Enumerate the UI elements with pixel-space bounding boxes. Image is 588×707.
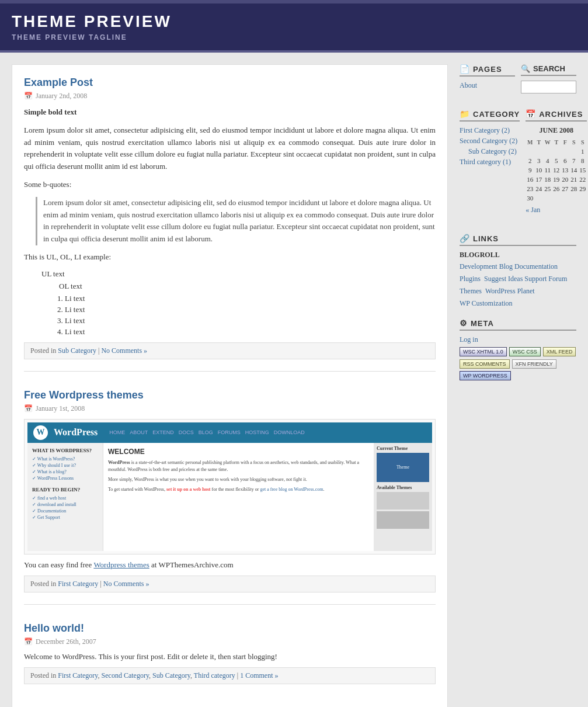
post-content-hw: Welcome to WordPress. This is your first… bbox=[24, 652, 436, 661]
badge-xhtml: WSC XHTML 1.0 bbox=[460, 347, 507, 356]
post-date-hw: December 26th, 2007 bbox=[24, 637, 436, 646]
post-content-wp: You can easy find free Wordpress themes … bbox=[24, 560, 436, 570]
bquote-label: Some b-quotes: bbox=[24, 179, 436, 191]
links-title: 🔗 LINKS bbox=[460, 234, 576, 246]
ul-text: UL text bbox=[41, 269, 436, 279]
cat-third[interactable]: Third category (1) bbox=[460, 158, 520, 167]
sidebar-pages: 📄 PAGES About bbox=[460, 64, 515, 92]
main-content: Example Post January 2nd, 2008 Simple bo… bbox=[12, 64, 448, 707]
search-title: 🔍 SEARCH bbox=[521, 64, 576, 76]
category-icon: 📁 bbox=[460, 109, 470, 119]
cat-first[interactable]: First Category (2) bbox=[460, 126, 520, 135]
list-item: Li text bbox=[65, 327, 436, 337]
cat-sub[interactable]: Sub Category (2) bbox=[468, 147, 520, 156]
pages-icon: 📄 bbox=[460, 64, 470, 74]
post-example: Example Post January 2nd, 2008 Simple bo… bbox=[24, 77, 436, 372]
ol-text: OL text bbox=[59, 282, 436, 291]
badge-css: WSC CSS bbox=[509, 347, 541, 356]
post-meta-1: Posted in Sub Category | No Comments » bbox=[24, 342, 436, 359]
wp-image: W WordPress HOME ABOUT EXTEND DOCS BLOG … bbox=[27, 422, 432, 551]
wordpress-screenshot: W WordPress HOME ABOUT EXTEND DOCS BLOG … bbox=[24, 419, 436, 554]
sidebar-links: 🔗 LINKS BLOGROLL Development Blog Docume… bbox=[460, 234, 576, 310]
validation-badges: WSC XHTML 1.0 WSC CSS XML FEED bbox=[460, 347, 576, 356]
calendar-prev: « Jan bbox=[526, 206, 587, 214]
hw-comment[interactable]: 1 Comment » bbox=[240, 671, 278, 680]
pages-about-link[interactable]: About bbox=[460, 81, 515, 90]
link-wp-custom[interactable]: WP Customization bbox=[460, 299, 513, 308]
post-title-wp[interactable]: Free Wordpress themes bbox=[24, 389, 144, 401]
post-meta-2: Posted in First Category | No Comments » bbox=[24, 576, 436, 592]
hw-cat-3[interactable]: Sub Category bbox=[152, 671, 190, 680]
wp-themes-link[interactable]: Wordpress themes bbox=[93, 560, 149, 569]
post-meta-3: Posted in First Category, Second Categor… bbox=[24, 667, 436, 684]
links-icon: 🔗 bbox=[460, 234, 470, 243]
post-wordpress-themes: Free Wordpress themes January 1st, 2008 … bbox=[24, 389, 436, 605]
hw-cat-2[interactable]: Second Category bbox=[102, 671, 149, 680]
calendar: JUNE 2008 M T W T F S S bbox=[526, 126, 587, 214]
search-input[interactable] bbox=[521, 81, 576, 93]
category-title: 📁 CATEGORY bbox=[460, 109, 520, 122]
post-hello-world: Hello world! December 26th, 2007 Welcome… bbox=[24, 622, 436, 696]
content-wrapper: Example Post January 2nd, 2008 Simple bo… bbox=[0, 53, 588, 707]
site-header: THEME PREVIEW THEME PREVIEW TAGLINE bbox=[0, 4, 588, 53]
site-tagline: THEME PREVIEW TAGLINE bbox=[12, 33, 576, 41]
list-item: Li text bbox=[65, 316, 436, 325]
post-lorem: Lorem ipsum dolor sit amet, consectetur … bbox=[24, 124, 436, 173]
post-title-example[interactable]: Example Post bbox=[24, 77, 93, 88]
sidebar-meta: ⚙ META Log in WSC XHTML 1.0 WSC CSS XML … bbox=[460, 318, 576, 380]
badge-xfn: XFN FRIENDLY bbox=[512, 359, 556, 369]
link-suggest[interactable]: Suggest Ideas bbox=[484, 275, 523, 283]
post-content-example: Simple bold text Lorem ipsum dolor sit a… bbox=[24, 106, 436, 337]
post-date-example: January 2nd, 2008 bbox=[24, 92, 436, 100]
links-list: Development Blog Documentation Plugins S… bbox=[460, 262, 576, 310]
list-item: Li text bbox=[65, 294, 436, 303]
post-blockquote: Lorem ipsum dolor sit amet, consectetur … bbox=[36, 197, 436, 245]
link-docs[interactable]: Documentation bbox=[514, 262, 558, 271]
list-label: This is UL, OL, LI example: bbox=[24, 251, 436, 264]
hw-cat-1[interactable]: First Category bbox=[58, 671, 98, 680]
sidebar-top-row: 📄 PAGES About 🔍 SEARCH bbox=[460, 64, 576, 100]
post-date-wp: January 1st, 2008 bbox=[24, 404, 436, 413]
sidebar: 📄 PAGES About 🔍 SEARCH bbox=[460, 64, 576, 707]
post-title-hw[interactable]: Hello world! bbox=[24, 622, 84, 634]
post-comments-link[interactable]: No Comments » bbox=[101, 346, 147, 355]
prev-month-link[interactable]: « Jan bbox=[526, 206, 587, 214]
archives-icon: 📅 bbox=[526, 109, 536, 119]
list-item: Li text bbox=[65, 305, 436, 314]
search-icon: 🔍 bbox=[521, 64, 530, 73]
post-bold: Simple bold text bbox=[24, 106, 436, 119]
validation-badges-2: RSS COMMENTS XFN FRIENDLY WP WORDPRESS bbox=[460, 359, 576, 380]
link-plugins[interactable]: Plugins bbox=[460, 275, 481, 283]
link-wp-planet[interactable]: WordPress Planet bbox=[485, 287, 535, 296]
sidebar-search: 🔍 SEARCH bbox=[521, 64, 576, 100]
meta-title: ⚙ META bbox=[460, 318, 576, 331]
badge-wp: WP WORDPRESS bbox=[460, 371, 511, 380]
pages-title: 📄 PAGES bbox=[460, 64, 515, 77]
archives-title: 📅 ARCHIVES bbox=[526, 109, 587, 122]
link-themes[interactable]: Themes bbox=[460, 287, 482, 296]
link-support[interactable]: Support Forum bbox=[524, 275, 567, 283]
blogroll-label: BLOGROLL bbox=[460, 251, 576, 259]
badge-xml: XML FEED bbox=[543, 347, 576, 356]
cat-second[interactable]: Second Category (2) bbox=[460, 137, 520, 145]
meta-login-link[interactable]: Log in bbox=[460, 335, 576, 344]
calendar-table: M T W T F S S 1 bbox=[526, 138, 587, 203]
post-comments-link-2[interactable]: No Comments » bbox=[103, 580, 149, 588]
post-category-link[interactable]: Sub Category bbox=[58, 346, 96, 355]
hw-cat-4[interactable]: Third category bbox=[194, 671, 235, 680]
link-dev-blog[interactable]: Development Blog bbox=[460, 262, 513, 271]
site-title: THEME PREVIEW bbox=[12, 12, 576, 31]
li-list: Li text Li text Li text Li text bbox=[65, 294, 436, 337]
sidebar-archives: 📅 ARCHIVES JUNE 2008 M T W T bbox=[526, 109, 587, 216]
meta-icon: ⚙ bbox=[460, 318, 468, 328]
sidebar-middle-row: 📁 CATEGORY First Category (2) Second Cat… bbox=[460, 109, 576, 225]
ul-example: UL text OL text Li text Li text Li text … bbox=[41, 269, 436, 337]
post-category-link-2[interactable]: First Category bbox=[58, 580, 98, 588]
sidebar-category: 📁 CATEGORY First Category (2) Second Cat… bbox=[460, 109, 520, 216]
badge-rss: RSS COMMENTS bbox=[460, 359, 510, 369]
